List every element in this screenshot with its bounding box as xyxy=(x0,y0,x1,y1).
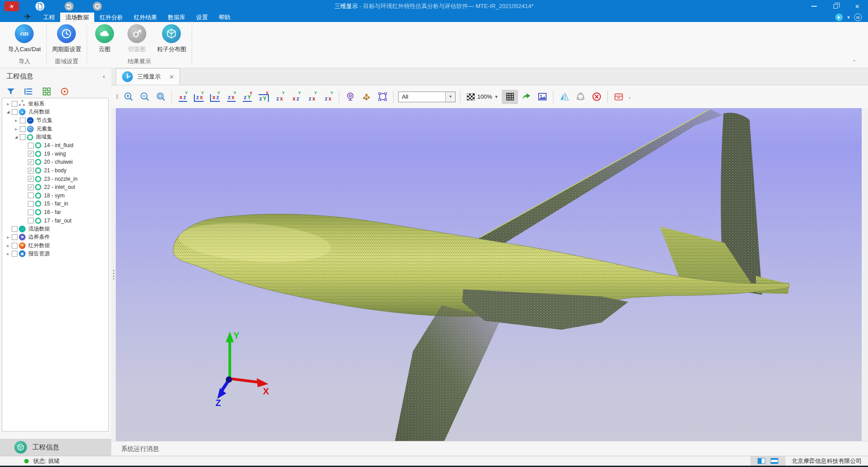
tree-checkbox[interactable] xyxy=(28,209,34,215)
tree-checkbox[interactable]: ✓ xyxy=(28,176,34,182)
tree-item[interactable]: 18 - sym xyxy=(2,192,108,200)
tree-checkbox[interactable]: ✓ xyxy=(28,151,34,157)
tree-item[interactable]: ▸☀红外数据 xyxy=(2,241,108,250)
tree-item[interactable]: ▸••节点集 xyxy=(2,116,108,125)
tree-checkbox[interactable] xyxy=(20,126,26,132)
tree-checkbox[interactable] xyxy=(12,226,18,232)
snapshot-button[interactable] xyxy=(534,90,550,104)
tree-item[interactable]: 14 - int_fluid xyxy=(2,141,108,150)
zoom-in-button[interactable] xyxy=(120,90,136,104)
quick-view-icon[interactable]: ▶ xyxy=(835,13,843,21)
zoom-out-button[interactable] xyxy=(136,90,153,104)
close-button[interactable]: ✕ xyxy=(846,0,868,13)
expand-arrow-icon[interactable]: ▸ xyxy=(5,251,11,256)
expand-arrow-icon[interactable]: ▸ xyxy=(5,243,11,248)
tree-item[interactable]: ∴流场数据 xyxy=(2,225,108,233)
tree-checkbox[interactable] xyxy=(28,192,34,198)
tree-checkbox[interactable]: ✓ xyxy=(28,159,34,165)
menu-item[interactable]: 红外分析 xyxy=(94,13,128,22)
tree-checkbox[interactable] xyxy=(28,201,34,207)
tree-checkbox[interactable] xyxy=(12,243,18,249)
tree-item[interactable]: ✓23 - nozzle_in xyxy=(2,175,108,183)
layout-horizontal-icon[interactable] xyxy=(771,458,778,464)
undo-button[interactable] xyxy=(64,1,74,11)
view-orientation-button[interactable]: Yxz xyxy=(288,90,304,104)
view-orientation-button[interactable]: Yxz xyxy=(207,90,223,104)
tree-item[interactable]: ✓22 - inlet_out xyxy=(2,183,108,192)
smooth-mesh-button[interactable] xyxy=(572,90,588,104)
menu-item[interactable]: 流场数据 xyxy=(60,13,94,22)
clear-button[interactable] xyxy=(588,90,605,104)
3d-viewport[interactable]: Y X Z xyxy=(116,108,862,441)
toolbar-drag-handle[interactable]: ‖ xyxy=(116,93,118,100)
view-orientation-button[interactable]: Yzx xyxy=(272,90,288,104)
menu-item[interactable]: 帮助 xyxy=(213,13,236,22)
tab-close-icon[interactable]: ✕ xyxy=(169,74,174,80)
expand-arrow-icon[interactable]: ▸ xyxy=(13,127,19,131)
tree-item[interactable]: ✓20 - chuiwei xyxy=(2,158,108,166)
mirror-button[interactable] xyxy=(556,90,572,104)
menu-item[interactable]: 红外结果 xyxy=(128,13,162,22)
tree-checkbox[interactable]: ✓ xyxy=(28,184,34,190)
view-orientation-button[interactable]: Yxz xyxy=(175,90,191,104)
zoom-fit-button[interactable] xyxy=(153,90,169,104)
tree-item[interactable]: ✓19 - wing xyxy=(2,150,108,158)
mesh-toggle-button[interactable] xyxy=(502,90,518,104)
tree-checkbox[interactable] xyxy=(28,143,34,148)
target-icon[interactable] xyxy=(60,87,69,96)
menu-item[interactable]: 数据库 xyxy=(162,13,191,22)
tree-checkbox[interactable] xyxy=(20,118,26,123)
layout-split-icon[interactable] xyxy=(758,458,765,464)
ribbon-button-cloud[interactable]: 云图 xyxy=(92,24,117,56)
app-icon[interactable]: ✈ xyxy=(4,1,19,11)
tree-item[interactable]: ▸元素集 xyxy=(2,125,108,133)
tree-item[interactable]: ◢▲几何数据 xyxy=(2,108,108,117)
list-settings-icon[interactable] xyxy=(24,87,33,96)
tree-checkbox[interactable] xyxy=(20,134,26,140)
tree-item[interactable]: ▸Yzx坐标系 xyxy=(2,100,108,108)
chevron-down-icon[interactable]: ⌄ xyxy=(627,95,631,99)
tree-item[interactable]: 17 - far_out xyxy=(2,216,108,225)
filter-icon[interactable] xyxy=(6,87,15,96)
expand-arrow-icon[interactable]: ◢ xyxy=(13,135,19,139)
minimize-button[interactable] xyxy=(803,0,825,13)
tree-checkbox[interactable] xyxy=(12,251,18,257)
tree-item[interactable]: ✓21 - body xyxy=(2,166,108,175)
display-filter-dropdown[interactable]: All ▼ xyxy=(398,92,456,102)
panel-collapse-button[interactable]: ‹ xyxy=(103,68,105,84)
tree-checkbox[interactable] xyxy=(12,234,18,240)
tree-item[interactable]: 16 - far xyxy=(2,208,108,217)
ribbon-button-particle[interactable]: 粒子分布图 xyxy=(157,24,186,56)
menu-item[interactable]: 工程 xyxy=(38,13,60,22)
tree-item[interactable]: 15 - far_in xyxy=(2,200,108,208)
chevron-down-icon[interactable]: ▼ xyxy=(846,15,850,20)
save-scene-button[interactable] xyxy=(610,90,627,104)
view-orientation-button[interactable]: XzY xyxy=(255,90,272,104)
grid-view-icon[interactable] xyxy=(42,87,51,96)
particles-button[interactable] xyxy=(358,90,374,104)
view-orientation-button[interactable]: Yzx xyxy=(223,90,239,104)
tree-checkbox[interactable] xyxy=(28,218,34,223)
view-orientation-button[interactable]: XzY xyxy=(239,90,255,104)
expand-arrow-icon[interactable]: ◢ xyxy=(5,110,11,114)
expand-arrow-icon[interactable]: ▸ xyxy=(13,118,19,123)
view-orientation-button[interactable]: Yzx xyxy=(191,90,207,104)
tree-checkbox[interactable] xyxy=(12,109,18,115)
opacity-zoom-button[interactable]: 100% ▼ xyxy=(463,90,502,104)
expand-arrow-icon[interactable]: ▸ xyxy=(5,235,11,240)
select-rectangle-button[interactable] xyxy=(374,90,390,104)
restore-button[interactable] xyxy=(825,0,846,13)
tree-checkbox[interactable] xyxy=(12,101,18,107)
panel-splitter[interactable] xyxy=(111,108,116,441)
ribbon-button-cas[interactable]: cas导入Cas/Dat xyxy=(8,24,41,56)
menu-item[interactable]: 设置 xyxy=(191,13,213,22)
tree-item[interactable]: ▸▣报告资源 xyxy=(2,250,108,258)
panel-bottom-bar[interactable]: 工程信息 xyxy=(0,439,111,456)
ribbon-button-clock[interactable]: 周期面设置 xyxy=(52,24,81,56)
export-button[interactable] xyxy=(518,90,534,104)
tree-checkbox[interactable]: ✓ xyxy=(28,168,34,174)
expand-arrow-icon[interactable]: ▸ xyxy=(5,101,11,106)
redo-button[interactable] xyxy=(92,1,102,11)
tab-3d-view[interactable]: 三维显示 ✕ xyxy=(116,68,180,85)
camera-button[interactable] xyxy=(342,90,358,104)
